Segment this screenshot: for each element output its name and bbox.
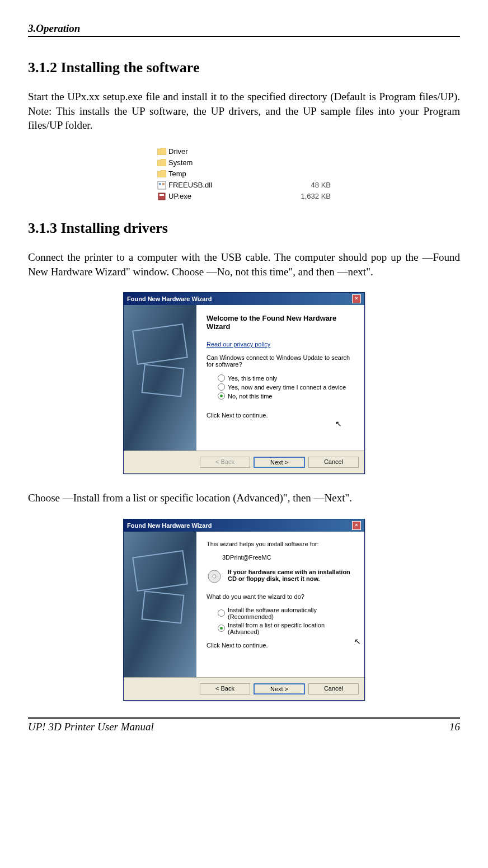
wizard-continue: Click Next to continue. (207, 642, 354, 649)
svg-rect-3 (158, 193, 165, 200)
wizard-welcome: Welcome to the Found New Hardware Wizard (207, 314, 354, 331)
radio-label: No, not this time (228, 393, 272, 400)
wizard1-figure: Found New Hardware Wizard × Welcome to t… (28, 292, 460, 474)
radio-icon (218, 625, 225, 632)
device-name: 3DPrint@FreeMC (222, 554, 354, 561)
wizard-continue: Click Next to continue. (207, 412, 354, 419)
file-row: Temp (157, 168, 331, 180)
svg-rect-4 (159, 194, 164, 196)
cd-text: If your hardware came with an installati… (228, 569, 354, 585)
file-name-label: Driver (168, 147, 188, 156)
wizard-window-2: Found New Hardware Wizard × This wizard … (123, 519, 365, 701)
file-row: FREEUSB.dll 48 KB (157, 180, 331, 191)
wizard-titlebar: Found New Hardware Wizard × (124, 519, 364, 532)
exe-icon (157, 192, 166, 201)
svg-rect-1 (159, 183, 161, 185)
file-size: 1,632 KB (280, 192, 331, 200)
page-header: 3.Operation (28, 22, 460, 37)
radio-auto[interactable]: Install the software automatically (Reco… (218, 607, 354, 620)
wizard-sidebar (124, 532, 196, 677)
radio-yes-once[interactable]: Yes, this time only (218, 374, 354, 382)
radio-no[interactable]: No, not this time (218, 392, 354, 400)
footer-title: UP! 3D Printer User Manual (28, 721, 154, 733)
body-312: Start the UPx.xx setup.exe file and inst… (28, 90, 460, 133)
file-name-label: System (168, 158, 193, 167)
radio-yes-always[interactable]: Yes, now and every time I connect a devi… (218, 383, 354, 391)
file-row: System (157, 157, 331, 168)
footer-page: 16 (449, 721, 460, 733)
radio-advanced[interactable]: Install from a list or specific location… (218, 622, 354, 635)
cd-icon (207, 569, 222, 585)
dll-icon (157, 181, 166, 190)
close-icon[interactable]: × (352, 294, 361, 303)
next-button[interactable]: Next > (254, 683, 305, 695)
svg-point-12 (213, 575, 216, 578)
svg-rect-2 (162, 183, 165, 185)
radio-label: Install the software automatically (Reco… (228, 607, 354, 620)
file-row: Driver (157, 146, 331, 157)
wizard-helptext: This wizard helps you install software f… (207, 541, 354, 547)
page-footer: UP! 3D Printer User Manual 16 (28, 717, 460, 733)
cursor-icon: ↖ (354, 637, 361, 646)
file-name-label: FREEUSB.dll (168, 181, 212, 189)
radio-label: Yes, now and every time I connect a devi… (228, 384, 346, 391)
radio-label: Install from a list or specific location… (228, 622, 354, 635)
folder-icon (157, 170, 166, 177)
cancel-button[interactable]: Cancel (308, 457, 359, 468)
wizard-sidebar (124, 305, 196, 451)
wizard-question: Can Windows connect to Windows Update to… (207, 354, 354, 368)
next-button[interactable]: Next > (254, 457, 305, 468)
cursor-icon: ↖ (335, 419, 342, 428)
wizard-title: Found New Hardware Wizard (127, 522, 212, 529)
wizard-titlebar: Found New Hardware Wizard × (124, 293, 364, 305)
folder-icon (157, 159, 166, 166)
body-313: Connect the printer to a computer with t… (28, 250, 460, 279)
radio-icon (218, 383, 225, 391)
heading-313: 3.1.3 Installing drivers (28, 220, 460, 237)
folder-icon (157, 148, 166, 155)
heading-312: 3.1.2 Installing the software (28, 59, 460, 76)
wizard-title: Found New Hardware Wizard (127, 295, 212, 302)
radio-icon (218, 609, 225, 617)
close-icon[interactable]: × (352, 521, 361, 530)
cancel-button[interactable]: Cancel (308, 683, 359, 695)
radio-icon (218, 374, 225, 382)
radio-icon (218, 392, 225, 400)
back-button[interactable]: < Back (200, 683, 250, 695)
wizard2-figure: Found New Hardware Wizard × This wizard … (28, 519, 460, 701)
wizard-question: What do you want the wizard to do? (207, 593, 354, 600)
file-size: 48 KB (280, 181, 331, 189)
back-button: < Back (200, 457, 250, 468)
privacy-link[interactable]: Read our privacy policy (207, 341, 354, 348)
file-row: UP.exe 1,632 KB (157, 191, 331, 202)
file-list-figure: Driver System Temp (28, 146, 460, 203)
wizard-window-1: Found New Hardware Wizard × Welcome to t… (123, 292, 365, 474)
file-name-label: UP.exe (168, 192, 191, 200)
file-name-label: Temp (168, 170, 186, 178)
midtext: Choose ―Install from a list or specific … (28, 491, 460, 505)
radio-label: Yes, this time only (228, 375, 277, 382)
